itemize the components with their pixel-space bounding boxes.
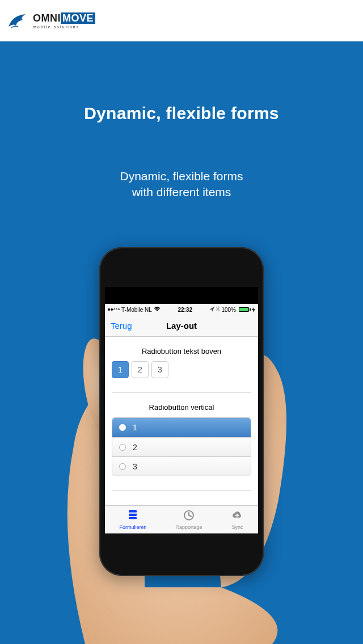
cloud-icon bbox=[231, 509, 243, 523]
phone-screen: T-Mobile NL 22:32 100% bbox=[105, 304, 258, 533]
battery-pct: 100% bbox=[221, 307, 236, 313]
logo-box: MOVE bbox=[61, 12, 95, 24]
logo: OMNIMOVE mobile solutions bbox=[6, 10, 95, 32]
bluetooth-icon bbox=[216, 306, 220, 313]
tab-formulieren[interactable]: Formulieren bbox=[119, 509, 146, 530]
radio-icon bbox=[119, 463, 126, 470]
logo-tagline: mobile solutions bbox=[33, 25, 95, 29]
status-bar: T-Mobile NL 22:32 100% bbox=[105, 304, 258, 315]
vradio-option-3[interactable]: 3 bbox=[112, 456, 251, 476]
tab-rapportage[interactable]: Rapportage bbox=[175, 509, 202, 530]
logo-bird-icon bbox=[6, 10, 28, 32]
tab-bar: Formulieren Rapportage Sync bbox=[105, 505, 258, 533]
forms-icon bbox=[126, 509, 139, 523]
vradio-label: 1 bbox=[133, 423, 137, 432]
tab-label: Sync bbox=[231, 524, 243, 530]
seg-option-1[interactable]: 1 bbox=[112, 361, 129, 378]
location-icon bbox=[209, 307, 214, 313]
nav-bar: Terug Lay-out bbox=[105, 315, 258, 337]
divider bbox=[112, 392, 251, 393]
tab-label: Formulieren bbox=[119, 524, 146, 530]
svg-rect-2 bbox=[129, 514, 137, 516]
segmented-row: 1 2 3 bbox=[112, 361, 251, 378]
battery-icon bbox=[238, 307, 255, 312]
logo-text: OMNIMOVE bbox=[33, 12, 95, 24]
vradio-label: 3 bbox=[133, 462, 137, 471]
back-button[interactable]: Terug bbox=[105, 321, 132, 331]
tab-sync[interactable]: Sync bbox=[231, 509, 243, 530]
status-right: 100% bbox=[209, 306, 255, 313]
hero-headline: Dynamic, flexible forms bbox=[0, 104, 363, 123]
hero-sub1: Dynamic, flexible forms bbox=[120, 170, 243, 183]
status-time: 22:32 bbox=[178, 307, 192, 313]
svg-rect-3 bbox=[129, 517, 137, 519]
divider bbox=[112, 490, 251, 491]
content-area: Radiobutton tekst boven 1 2 3 Radiobutto… bbox=[105, 337, 258, 505]
section1-label: Radiobutton tekst boven bbox=[112, 347, 251, 355]
hero-sub2: with different items bbox=[132, 185, 231, 198]
phone-black-bar bbox=[105, 287, 258, 304]
seg-option-2[interactable]: 2 bbox=[132, 361, 149, 378]
section2-label: Radiobutton vertical bbox=[112, 403, 251, 412]
seg-option-3[interactable]: 3 bbox=[151, 361, 168, 378]
radio-icon bbox=[119, 424, 126, 431]
vertical-radio-list: 1 2 3 bbox=[112, 417, 251, 476]
clock-icon bbox=[183, 509, 195, 523]
tab-label: Rapportage bbox=[175, 524, 202, 530]
signal-icon bbox=[108, 308, 120, 311]
vradio-option-2[interactable]: 2 bbox=[112, 437, 251, 456]
radio-icon bbox=[119, 444, 126, 451]
logo-text-wrap: OMNIMOVE mobile solutions bbox=[33, 12, 95, 29]
status-left: T-Mobile NL bbox=[108, 307, 161, 313]
carrier-text: T-Mobile NL bbox=[121, 307, 152, 313]
phone-device: T-Mobile NL 22:32 100% bbox=[99, 247, 264, 576]
vradio-label: 2 bbox=[133, 443, 137, 452]
logo-prefix: OMNI bbox=[33, 12, 61, 24]
logo-bar: OMNIMOVE mobile solutions bbox=[0, 0, 363, 41]
hero-section: Dynamic, flexible forms Dynamic, flexibl… bbox=[0, 41, 363, 644]
svg-rect-1 bbox=[129, 510, 137, 512]
vradio-option-1[interactable]: 1 bbox=[112, 418, 251, 437]
hero-subtext: Dynamic, flexible forms with different i… bbox=[0, 168, 363, 201]
hand-holding-phone: T-Mobile NL 22:32 100% bbox=[23, 247, 340, 644]
wifi-icon bbox=[154, 307, 161, 313]
nav-title: Lay-out bbox=[166, 321, 197, 331]
